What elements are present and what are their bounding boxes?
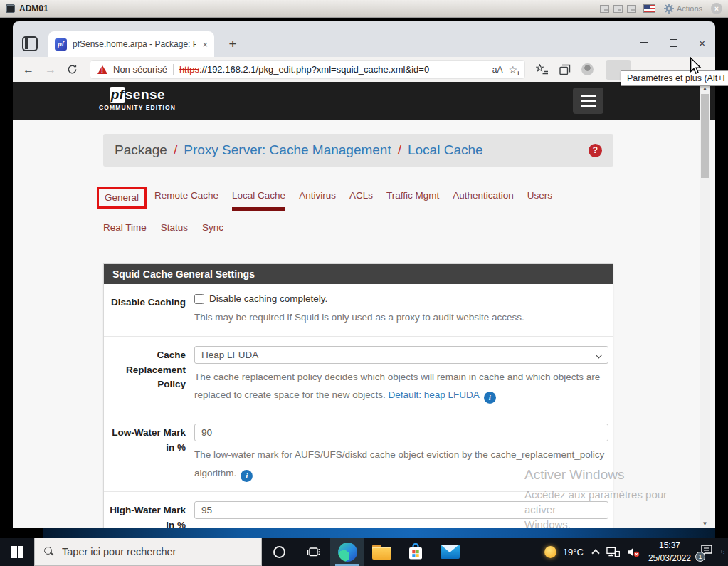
start-button[interactable] — [0, 538, 34, 566]
back-button[interactable]: ← — [23, 63, 34, 76]
breadcrumb-separator: / — [398, 142, 401, 158]
refresh-button[interactable] — [67, 64, 78, 75]
clock-time: 15:37 — [648, 539, 691, 552]
help-icon[interactable]: ? — [589, 144, 602, 157]
tab-local-cache[interactable]: Local Cache — [232, 190, 285, 211]
tab-close-icon[interactable]: × — [202, 39, 208, 50]
row-cache-replacement-policy: Cache Replacement Policy Heap LFUDA The … — [104, 336, 613, 414]
browser-tab[interactable]: pf pfSense.home.arpa - Package: Pr × — [48, 31, 214, 57]
forward-button[interactable]: → — [45, 63, 56, 76]
field-label: Cache Replacement Policy — [104, 346, 186, 404]
vm-close-button[interactable]: × — [711, 3, 722, 14]
weather-sun-icon[interactable] — [544, 546, 556, 558]
low-water-mark-input[interactable] — [194, 424, 608, 441]
hamburger-menu-button[interactable] — [573, 88, 603, 114]
tab-acls[interactable]: ACLs — [349, 190, 373, 207]
help-text: The high-water mark for AUFS/UFS/diskd c… — [194, 527, 608, 528]
scrollbar-thumb[interactable] — [701, 94, 709, 178]
new-tab-button[interactable]: + — [224, 36, 241, 53]
gear-icon — [664, 4, 674, 14]
keyboard-layout-flag-icon[interactable] — [643, 4, 655, 13]
browser-window: pf pfSense.home.arpa - Package: Pr × + ×… — [13, 21, 715, 528]
disable-caching-checkbox[interactable] — [194, 294, 204, 304]
tab-users[interactable]: Users — [527, 190, 552, 207]
cortana-button[interactable] — [262, 538, 296, 566]
folder-icon — [372, 545, 391, 560]
tab-remote-cache[interactable]: Remote Cache — [154, 190, 218, 207]
close-button[interactable]: × — [699, 38, 705, 48]
field-label: Low-Water Mark in % — [104, 424, 186, 482]
high-water-mark-input[interactable] — [194, 501, 608, 519]
tab-actions-menu-button[interactable] — [22, 36, 38, 51]
settings-panel: Squid Cache General Settings Disable Cac… — [103, 263, 613, 528]
url-scheme: https — [179, 64, 199, 75]
field-help: The low-water mark for AUFS/UFS/diskd ca… — [194, 446, 608, 482]
pfsense-logo[interactable]: pfsense COMMUNITY EDITION — [96, 87, 179, 111]
cache-replacement-policy-select[interactable]: Heap LFUDA — [194, 346, 608, 364]
windows-logo-icon — [11, 546, 23, 558]
search-icon — [43, 546, 54, 557]
tray-overflow-chevron[interactable] — [591, 549, 599, 557]
breadcrumb-separator: / — [174, 142, 177, 158]
weather-temperature[interactable]: 19°C — [563, 547, 584, 557]
addressbar-divider — [173, 64, 174, 75]
store-icon — [408, 543, 423, 560]
mail-icon — [441, 545, 460, 559]
tab-general[interactable]: General — [97, 187, 147, 209]
volume-muted-icon[interactable] — [626, 547, 640, 557]
edge-icon — [338, 543, 357, 562]
url-text[interactable]: https://192.168.2.1/pkg_edit.php?xml=squ… — [179, 64, 487, 75]
minimize-button[interactable] — [640, 42, 648, 43]
security-warning-icon[interactable] — [97, 65, 107, 74]
scroll-down-arrow[interactable]: ▼ — [700, 518, 710, 528]
breadcrumb-link-local-cache[interactable]: Local Cache — [408, 142, 483, 158]
vm-view-button-3[interactable] — [627, 5, 636, 13]
settings-tooltip: Paramètres et plus (Alt+F) — [621, 70, 728, 86]
pfsense-logo-subtitle: COMMUNITY EDITION — [96, 104, 179, 111]
tab-authentication[interactable]: Authentication — [453, 190, 514, 207]
tab-status[interactable]: Status — [161, 222, 188, 239]
file-explorer-button[interactable] — [364, 538, 399, 566]
vm-view-button-2[interactable] — [613, 5, 623, 13]
breadcrumb-section: Package — [115, 142, 167, 158]
favorites-hub-icon[interactable] — [536, 64, 549, 75]
tab-antivirus[interactable]: Antivirus — [299, 190, 336, 207]
address-bar[interactable]: Non sécurisé https://192.168.2.1/pkg_edi… — [90, 60, 525, 79]
page-scrollbar[interactable]: ▲ ▼ — [700, 83, 710, 528]
default-value-link[interactable]: Default: heap LFUDA — [388, 389, 479, 400]
maximize-button[interactable] — [670, 39, 677, 47]
browser-tab-title: pfSense.home.arpa - Package: Pr — [73, 39, 196, 49]
info-icon[interactable]: i — [484, 392, 496, 404]
info-icon[interactable]: i — [241, 470, 253, 482]
mouse-cursor — [689, 57, 702, 78]
taskbar-clock[interactable]: 15:37 25/03/2022 — [648, 539, 691, 565]
row-low-water-mark: Low-Water Mark in % The low-water mark f… — [104, 414, 613, 491]
search-input[interactable] — [62, 546, 233, 557]
taskbar-search[interactable] — [34, 538, 262, 566]
field-label: Disable Caching — [104, 293, 186, 327]
translate-icon[interactable]: aA — [492, 65, 503, 75]
vm-actions-button[interactable]: Actions — [664, 4, 702, 14]
tab-sync[interactable]: Sync — [202, 222, 223, 239]
microsoft-store-button[interactable] — [399, 538, 433, 566]
system-tray: 19°C 15:37 25/03/2022 1 ⋮ — [544, 538, 728, 566]
add-favorite-icon[interactable]: ☆ — [508, 64, 517, 75]
network-icon[interactable] — [606, 547, 620, 557]
action-center-button[interactable]: 1 — [700, 545, 713, 559]
tab-real-time[interactable]: Real Time — [103, 222, 147, 239]
browser-viewport: pfsense COMMUNITY EDITION Package / Prox… — [13, 82, 715, 528]
show-desktop-button[interactable]: ⋮ — [721, 550, 726, 553]
mail-button[interactable] — [433, 538, 467, 566]
profile-avatar[interactable] — [581, 63, 594, 75]
collections-icon[interactable] — [559, 64, 571, 75]
edge-taskbar-button[interactable] — [330, 538, 364, 566]
browser-tabstrip: pf pfSense.home.arpa - Package: Pr × + × — [13, 21, 715, 57]
row-disable-caching: Disable Caching Disable caching complete… — [104, 284, 613, 336]
vm-view-button-1[interactable] — [600, 5, 609, 13]
tab-traffic-mgmt[interactable]: Traffic Mgmt — [386, 190, 439, 207]
field-help: This may be required if Squid is only us… — [194, 308, 608, 327]
vm-actions-label: Actions — [677, 4, 702, 13]
breadcrumb-link-cache-management[interactable]: Proxy Server: Cache Management — [184, 142, 391, 158]
breadcrumb: Package / Proxy Server: Cache Management… — [103, 134, 613, 167]
task-view-button[interactable] — [296, 538, 330, 566]
